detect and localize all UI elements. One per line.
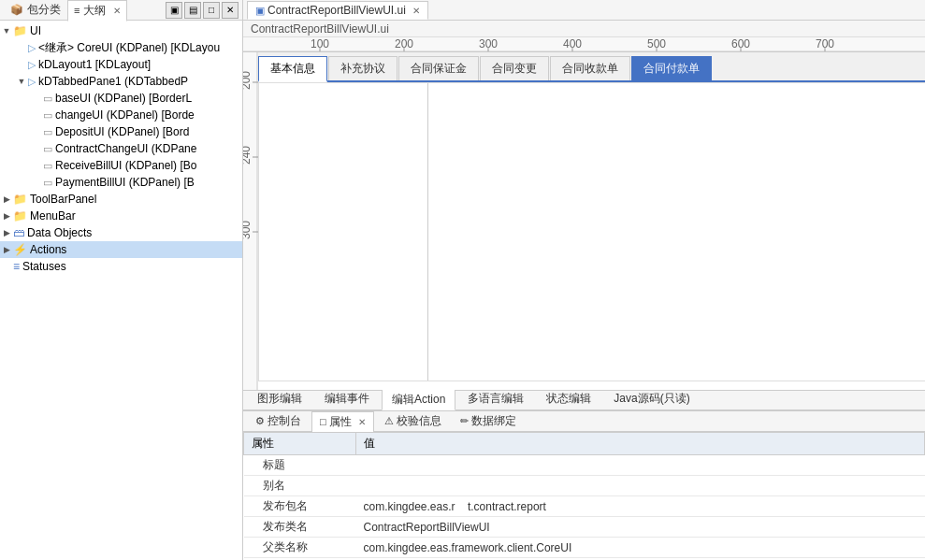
tree-label-kdtabbed: kDTabbedPane1 (KDTabbedP — [38, 75, 188, 88]
bottom-tab-action[interactable]: 编辑Action — [382, 389, 455, 410]
folder-icon-menubar: 📁 — [13, 209, 27, 223]
expander-inherit — [15, 41, 28, 54]
tree-item-receivebill[interactable]: ▭ ReceiveBillUI (KDPanel) [Bo — [0, 157, 242, 174]
expander-menubar[interactable]: ▶ — [0, 209, 13, 223]
prop-value-title[interactable] — [356, 455, 925, 476]
props-tab-props[interactable]: □ 属性 ✕ — [311, 411, 374, 433]
close-left-btn[interactable]: ✕ — [222, 2, 238, 19]
bottom-tab-status-label: 状态编辑 — [546, 392, 591, 405]
right-panel: ▣ ContractReportBillViewUI.ui ✕ Contract… — [243, 0, 925, 560]
editor-tab-bar: ▣ ContractReportBillViewUI.ui ✕ — [243, 0, 925, 21]
expander-toolbarpanel[interactable]: ▶ — [0, 193, 13, 206]
tree-item-kdtabbed[interactable]: ▼ ▷ kDTabbedPane1 (KDTabbedP — [0, 73, 242, 90]
expander-ui[interactable]: ▼ — [0, 24, 13, 37]
tree-item-baseui[interactable]: ▭ baseUI (KDPanel) [BorderL — [0, 90, 242, 107]
form-tab-receive[interactable]: 合同收款单 — [550, 56, 630, 80]
icon-statuses: ≡ — [13, 260, 20, 273]
tree-item-actions[interactable]: ▶ ⚡ Actions — [0, 241, 242, 258]
tree-item-ui[interactable]: ▼ 📁 UI — [0, 22, 242, 39]
vruler-svg: 200 240 300 — [243, 52, 258, 390]
props-icon: □ — [320, 416, 326, 427]
svg-text:200: 200 — [243, 71, 253, 90]
tree-item-kdlayout1[interactable]: ▷ kDLayout1 [KDLayout] — [0, 56, 242, 73]
bottom-tab-i18n-label: 多语言编辑 — [468, 392, 524, 405]
props-row-pkg: 发布包名 com.kingdee.eas.r t.contract.report — [244, 496, 925, 517]
svg-text:240: 240 — [243, 146, 253, 165]
tree-item-statuses[interactable]: ≡ Statuses — [0, 258, 242, 275]
props-tab-validation[interactable]: ⚠ 校验信息 — [376, 410, 450, 432]
form-content — [258, 82, 925, 381]
editor-tab-close[interactable]: ✕ — [412, 6, 420, 16]
package-icon: 📦 — [10, 4, 23, 16]
props-tab-validation-label: 校验信息 — [397, 413, 441, 429]
bottom-tab-i18n[interactable]: 多语言编辑 — [457, 388, 534, 409]
tree-label-dataobjects: Data Objects — [27, 226, 92, 239]
panel-icon-depositui: ▭ — [43, 126, 52, 138]
props-tab-databinding[interactable]: ✏ 数据绑定 — [452, 410, 525, 432]
tab-outline[interactable]: ≡ 大纲 ✕ — [67, 0, 127, 22]
toolbar-btn-1[interactable]: ▣ — [166, 2, 182, 19]
svg-text:300: 300 — [243, 221, 253, 239]
expander-changeui — [30, 108, 43, 122]
prop-value-alias[interactable] — [356, 476, 925, 496]
tree-item-dataobjects[interactable]: ▶ 🗃 Data Objects — [0, 224, 242, 241]
item-icon-inherit: ▷ — [28, 42, 36, 54]
bottom-tab-event[interactable]: 编辑事件 — [314, 388, 380, 409]
form-tab-supplement[interactable]: 补充协议 — [328, 56, 397, 80]
tree-label-contractchange: ContractChangeUI (KDPane — [55, 142, 196, 155]
form-tab-payment[interactable]: 合同付款单 — [631, 56, 712, 80]
props-tab-console[interactable]: ⚙ 控制台 — [247, 410, 310, 432]
expander-receivebill — [30, 159, 43, 172]
tree-label-kdlayout1: kDLayout1 [KDLayout] — [38, 58, 151, 71]
bottom-tab-java[interactable]: Java源码(只读) — [603, 388, 700, 409]
panel-icon-paymentbill: ▭ — [43, 177, 52, 189]
expander-statuses — [0, 260, 13, 273]
left-tab-bar: 📦 包分类 ≡ 大纲 ✕ ▣ ▤ □ ✕ — [0, 0, 242, 21]
expander-kdlayout1 — [15, 58, 28, 71]
props-col-value: 值 — [356, 433, 925, 455]
expander-kdtabbed[interactable]: ▼ — [15, 75, 28, 88]
prop-value-pkg[interactable]: com.kingdee.eas.r t.contract.report — [356, 496, 925, 517]
tree-item-toolbarpanel[interactable]: ▶ 📁 ToolBarPanel — [0, 191, 242, 208]
tree-item-depositui[interactable]: ▭ DepositUI (KDPanel) [Bord — [0, 123, 242, 140]
bottom-tab-graphic[interactable]: 图形编辑 — [247, 388, 312, 409]
outline-tree: ▼ 📁 UI ▷ <继承> CoreUI (KDPanel) [KDLayou … — [0, 21, 242, 560]
tree-label-statuses: Statuses — [22, 260, 66, 273]
prop-value-classname[interactable]: ContractReportBillViewUI — [356, 517, 925, 538]
tree-label-inherit: <继承> CoreUI (KDPanel) [KDLayou — [38, 40, 220, 56]
bottom-tab-status[interactable]: 状态编辑 — [536, 388, 601, 409]
panel-icon-changeui: ▭ — [43, 109, 52, 122]
ruler-svg: 100 200 300 400 500 600 700 — [243, 37, 925, 52]
bottom-tab-java-label: Java源码(只读) — [614, 392, 689, 405]
tab-package-label: 包分类 — [27, 2, 61, 18]
form-divider — [427, 83, 428, 381]
tree-item-menubar[interactable]: ▶ 📁 MenuBar — [0, 208, 242, 224]
bottom-tabs-bar: 图形编辑 编辑事件 编辑Action 多语言编辑 状态编辑 Java源码(只读) — [243, 390, 925, 410]
form-tab-change[interactable]: 合同变更 — [480, 56, 549, 80]
prop-value-parentclass[interactable]: com.kingdee.eas.framework.client.CoreUI — [356, 538, 925, 558]
left-panel: 📦 包分类 ≡ 大纲 ✕ ▣ ▤ □ ✕ ▼ 📁 UI ▷ <继承> CoreU… — [0, 0, 243, 560]
tab-outline-close[interactable]: ✕ — [113, 6, 121, 16]
expander-depositui — [30, 125, 43, 138]
tab-package[interactable]: 📦 包分类 — [4, 0, 67, 21]
expander-actions[interactable]: ▶ — [0, 243, 13, 256]
props-row-classname: 发布类名 ContractReportBillViewUI — [244, 517, 925, 538]
tree-item-inherit[interactable]: ▷ <继承> CoreUI (KDPanel) [KDLayou — [0, 39, 242, 56]
panel-icon-receivebill: ▭ — [43, 160, 52, 172]
props-col-name: 属性 — [244, 433, 356, 455]
editor-tab-contract[interactable]: ▣ ContractReportBillViewUI.ui ✕ — [247, 1, 428, 20]
form-tab-deposit[interactable]: 合同保证金 — [398, 56, 479, 80]
tree-label-actions: Actions — [30, 243, 66, 256]
toolbar-btn-2[interactable]: ▤ — [184, 2, 201, 19]
form-tab-base[interactable]: 基本信息 — [258, 56, 327, 82]
tree-item-paymentbill[interactable]: ▭ PaymentBillUI (KDPanel) [B — [0, 174, 242, 191]
tree-item-changeui[interactable]: ▭ changeUI (KDPanel) [Borde — [0, 107, 242, 123]
tab-outline-label: 大纲 — [83, 3, 106, 19]
props-tab-close[interactable]: ✕ — [358, 417, 366, 427]
horizontal-ruler: 100 200 300 400 500 600 700 — [243, 37, 925, 52]
design-area: 200 240 300 基本信息 补充协议 — [243, 52, 925, 390]
expander-dataobjects[interactable]: ▶ — [0, 226, 13, 239]
panel-icon-baseui: ▭ — [43, 93, 52, 105]
toolbar-btn-3[interactable]: □ — [203, 2, 220, 19]
tree-item-contractchange[interactable]: ▭ ContractChangeUI (KDPane — [0, 140, 242, 157]
